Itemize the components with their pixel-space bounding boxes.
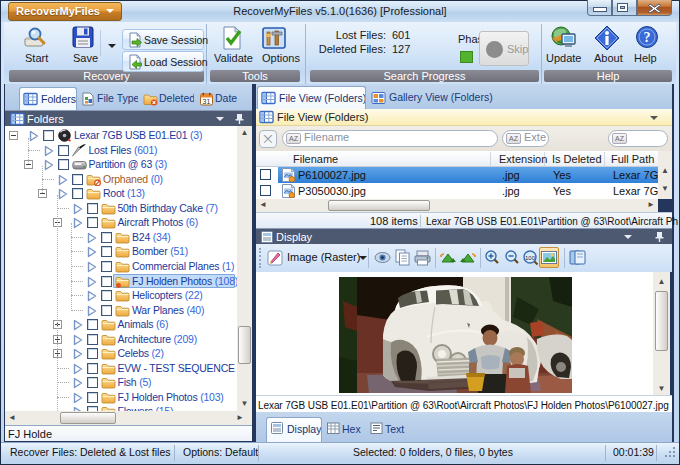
svg-text:?: ? bbox=[644, 30, 651, 45]
svg-text:100: 100 bbox=[525, 255, 536, 261]
